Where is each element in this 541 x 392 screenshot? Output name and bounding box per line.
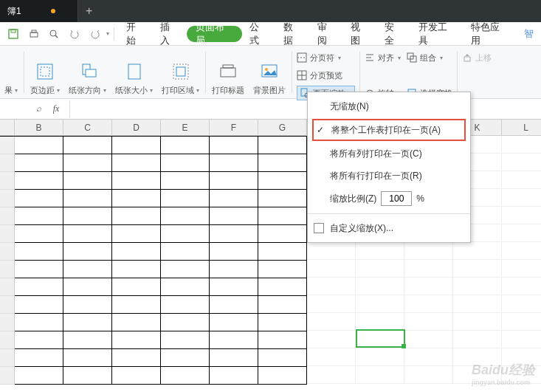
ribbon-bg-image[interactable]: 背景图片 [249,49,290,96]
table-row[interactable] [0,349,307,367]
cell[interactable] [161,207,210,225]
col-header[interactable]: G [258,120,307,135]
cell[interactable] [502,171,541,189]
menu-data[interactable]: 数据 [276,22,310,46]
cell[interactable] [161,261,210,278]
table-row[interactable] [307,295,541,313]
cell[interactable] [453,313,502,331]
cell[interactable] [63,349,112,367]
cell[interactable] [258,207,307,225]
ribbon-print-titles[interactable]: 打印标题 [207,49,249,96]
cell[interactable] [161,225,210,243]
cell[interactable] [502,278,541,295]
ribbon-align[interactable]: 对齐▾ [365,50,401,65]
cell[interactable] [404,331,453,348]
cell[interactable] [453,295,502,313]
cell[interactable] [15,331,63,349]
cell[interactable] [15,172,63,190]
cell[interactable] [307,295,356,313]
cell[interactable] [356,242,404,260]
cell[interactable] [210,190,258,207]
cell[interactable] [258,296,307,314]
cell[interactable] [161,154,210,172]
dd-fit-cols[interactable]: 将所有列打印在一页(C) [308,142,470,165]
cell[interactable] [307,366,356,384]
cell[interactable] [453,278,502,295]
cell[interactable] [63,331,112,349]
table-row[interactable] [307,331,541,348]
cell[interactable] [307,242,356,260]
cell[interactable] [356,366,404,384]
col-header[interactable]: L [502,120,541,135]
cell[interactable] [15,261,63,278]
dd-no-scale[interactable]: 无缩放(N) [308,95,470,117]
table-row[interactable] [0,331,307,349]
cell[interactable] [161,243,210,261]
cell[interactable] [210,137,258,154]
cell[interactable] [502,331,541,348]
cell[interactable] [258,172,307,190]
cell[interactable] [210,314,258,331]
cell[interactable] [210,349,258,367]
ribbon-orientation[interactable]: 纸张方向▾ [64,49,111,96]
cell[interactable] [404,366,453,384]
cell[interactable] [112,367,161,385]
dd-fit-rows[interactable]: 将所有行打印在一页(R) [308,165,470,187]
cell[interactable] [210,278,258,296]
cell[interactable] [15,314,63,331]
table-row[interactable] [0,278,307,296]
cell[interactable] [258,278,307,296]
ribbon-breaks-preview[interactable]: 分页预览 [297,68,355,83]
cell[interactable] [404,313,453,331]
table-row[interactable] [0,243,307,261]
cell[interactable] [404,242,453,260]
cell[interactable] [112,243,161,261]
cell[interactable] [161,190,210,207]
table-row[interactable] [0,172,307,190]
menu-devtools[interactable]: 开发工具 [411,22,464,46]
scale-input[interactable] [381,191,412,206]
cell[interactable] [112,261,161,278]
ribbon-group[interactable]: 组合▾ [407,50,452,65]
ribbon-breaks[interactable]: 分页符▾ [297,50,355,65]
zoom-icon[interactable]: ⌕ [30,103,47,114]
cell[interactable] [307,331,356,348]
cell[interactable] [210,225,258,243]
cell[interactable] [258,190,307,207]
undo-icon[interactable] [66,25,83,43]
cell[interactable] [453,242,502,260]
cell[interactable] [307,278,356,295]
ribbon-move-up[interactable]: 上移 [462,50,492,65]
redo-icon[interactable] [86,25,104,43]
cell[interactable] [63,137,112,154]
menu-page-layout[interactable]: 页面布局 [187,26,243,42]
table-row[interactable] [0,225,307,243]
cell[interactable] [502,207,541,224]
menu-review[interactable]: 审阅 [310,22,344,46]
cell[interactable] [63,172,112,190]
cell[interactable] [112,225,161,243]
cell[interactable] [404,348,453,366]
menu-formulas[interactable]: 公式 [242,22,276,46]
cell[interactable] [63,243,112,261]
cell[interactable] [112,278,161,296]
save-icon[interactable] [4,25,22,43]
cell[interactable] [161,278,210,296]
menu-view[interactable]: 视图 [343,22,377,46]
cell[interactable] [453,331,502,348]
cell[interactable] [502,189,541,207]
cell[interactable] [404,278,453,295]
cell[interactable] [258,154,307,172]
cell[interactable] [258,243,307,261]
table-row[interactable] [0,367,307,385]
col-header[interactable]: D [112,120,161,135]
col-header[interactable]: C [63,120,112,135]
cell[interactable] [258,314,307,331]
cell[interactable] [210,243,258,261]
cell[interactable] [112,154,161,172]
cell[interactable] [112,207,161,225]
table-row[interactable] [0,190,307,207]
ribbon-print-area[interactable]: 打印区域▾ [157,49,204,96]
cell[interactable] [307,313,356,331]
cell[interactable] [63,225,112,243]
